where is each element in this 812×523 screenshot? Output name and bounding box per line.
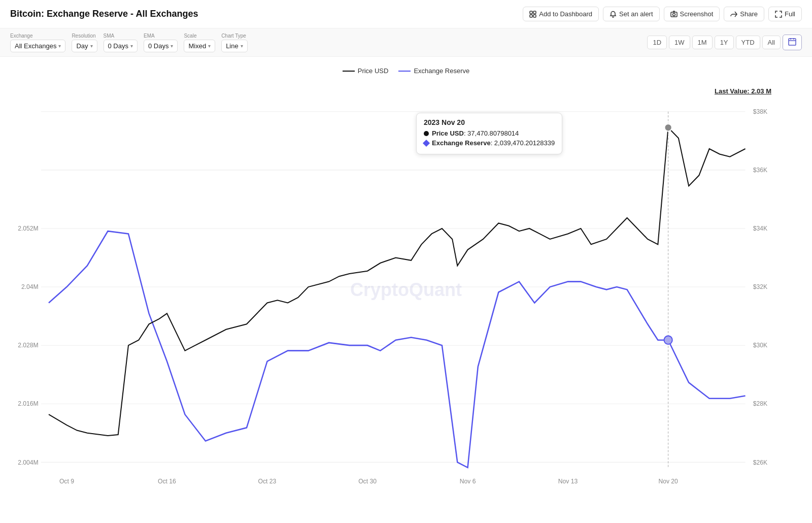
fullscreen-icon [775, 11, 782, 18]
tooltip-exchange-value: 2,039,470.20128339 [494, 139, 555, 147]
svg-rect-1 [533, 11, 536, 14]
exchange-label: Exchange [10, 33, 65, 39]
bell-icon [610, 11, 617, 18]
svg-text:2.004M: 2.004M [18, 459, 39, 466]
exchange-select[interactable]: All Exchanges ▾ [10, 40, 65, 52]
legend-exchange-label: Exchange Reserve [414, 67, 469, 75]
time-range-buttons: 1D 1W 1M 1Y YTD All [647, 35, 802, 50]
ema-label: EMA [144, 33, 178, 39]
share-icon [730, 11, 737, 18]
sma-label: SMA [104, 33, 138, 39]
chevron-down-icon: ▾ [90, 43, 93, 49]
svg-text:Oct 16: Oct 16 [158, 478, 176, 485]
header-actions: Add to Dashboard Set an alert Screenshot… [523, 7, 802, 21]
last-value: Last Value: 2.03 M [715, 87, 771, 95]
time-1d-button[interactable]: 1D [647, 36, 667, 49]
time-1m-button[interactable]: 1M [692, 36, 713, 49]
tooltip-exchange-diamond [423, 139, 430, 146]
calendar-button[interactable] [783, 35, 802, 50]
price-line-indicator [343, 71, 355, 72]
scale-label: Scale [184, 33, 215, 39]
svg-text:$36K: $36K [753, 167, 768, 174]
fullscreen-button[interactable]: Full [768, 7, 802, 21]
resolution-label: Resolution [72, 33, 97, 39]
chart-type-label: Chart Type [221, 33, 248, 39]
resolution-select[interactable]: Day ▾ [72, 40, 97, 52]
ema-filter: EMA 0 Days ▾ [144, 33, 178, 52]
svg-text:$32K: $32K [753, 283, 768, 290]
exchange-filter: Exchange All Exchanges ▾ [10, 33, 65, 52]
legend-price: Price USD [343, 67, 389, 75]
tooltip-price-row: Price USD: 37,470.80798014 [424, 129, 555, 137]
svg-rect-2 [530, 15, 532, 17]
svg-text:Nov 6: Nov 6 [460, 478, 476, 485]
tooltip-date: 2023 Nov 20 [424, 118, 555, 126]
tooltip: 2023 Nov 20 Price USD: 37,470.80798014 E… [416, 113, 562, 154]
share-button[interactable]: Share [724, 7, 764, 21]
calendar-icon [788, 38, 796, 46]
svg-text:$26K: $26K [753, 459, 768, 466]
screenshot-button[interactable]: Screenshot [664, 7, 720, 21]
tooltip-exchange-label: Exchange Reserve [432, 139, 491, 147]
sma-filter: SMA 0 Days ▾ [104, 33, 138, 52]
tooltip-price-label: Price USD [432, 129, 464, 137]
time-1w-button[interactable]: 1W [669, 36, 690, 49]
exchange-crosshair-dot [664, 336, 672, 344]
add-to-dashboard-button[interactable]: Add to Dashboard [523, 7, 599, 21]
chevron-down-icon: ▾ [208, 43, 211, 49]
tooltip-price-dot [424, 131, 429, 136]
svg-text:$38K: $38K [753, 108, 768, 115]
dashboard-icon [529, 11, 536, 18]
tooltip-price-value: 37,470.80798014 [467, 129, 519, 137]
chart-type-select[interactable]: Line ▾ [221, 40, 248, 52]
camera-icon [670, 11, 678, 18]
chart-container: Price USD Exchange Reserve Last Value: 2… [0, 57, 812, 523]
page-title: Bitcoin: Exchange Reserve - All Exchange… [10, 9, 198, 19]
price-usd-line [49, 127, 746, 436]
set-alert-button[interactable]: Set an alert [603, 7, 660, 21]
time-ytd-button[interactable]: YTD [736, 36, 760, 49]
sma-select[interactable]: 0 Days ▾ [104, 40, 138, 52]
svg-rect-3 [533, 15, 536, 17]
page-header: Bitcoin: Exchange Reserve - All Exchange… [0, 0, 812, 28]
svg-point-5 [672, 13, 675, 16]
svg-text:$34K: $34K [753, 225, 768, 232]
svg-text:Oct 23: Oct 23 [258, 478, 277, 485]
ema-select[interactable]: 0 Days ▾ [144, 40, 178, 52]
svg-text:2.028M: 2.028M [18, 342, 39, 349]
legend-exchange: Exchange Reserve [398, 67, 469, 75]
chevron-down-icon: ▾ [171, 43, 173, 49]
time-all-button[interactable]: All [762, 36, 781, 49]
svg-text:2.04M: 2.04M [21, 283, 39, 290]
chart-legend: Price USD Exchange Reserve [10, 67, 802, 75]
chevron-down-icon: ▾ [58, 43, 61, 49]
chevron-down-icon: ▾ [241, 43, 243, 49]
svg-rect-0 [530, 11, 532, 14]
scale-select[interactable]: Mixed ▾ [184, 40, 215, 52]
legend-price-label: Price USD [358, 67, 389, 75]
scale-filter: Scale Mixed ▾ [184, 33, 215, 52]
svg-text:Oct 30: Oct 30 [358, 478, 377, 485]
svg-text:2.016M: 2.016M [18, 400, 39, 407]
svg-text:$28K: $28K [753, 400, 768, 407]
svg-text:$30K: $30K [753, 342, 768, 349]
exchange-line-indicator [398, 71, 411, 72]
exchange-reserve-line [49, 231, 746, 468]
chart-svg: 2.004M 2.016M 2.028M 2.04M 2.052M $26K $… [10, 80, 802, 515]
svg-text:Nov 20: Nov 20 [658, 478, 678, 485]
svg-text:Nov 13: Nov 13 [558, 478, 578, 485]
svg-text:2.052M: 2.052M [18, 225, 39, 232]
price-crosshair-dot [665, 124, 672, 132]
chevron-down-icon: ▾ [130, 43, 133, 49]
resolution-filter: Resolution Day ▾ [72, 33, 97, 52]
svg-text:Oct 9: Oct 9 [59, 478, 74, 485]
svg-rect-6 [789, 39, 796, 45]
chart-type-filter: Chart Type Line ▾ [221, 33, 248, 52]
tooltip-exchange-row: Exchange Reserve: 2,039,470.20128339 [424, 139, 555, 147]
toolbar-filters: Exchange All Exchanges ▾ Resolution Day … [10, 33, 248, 52]
time-1y-button[interactable]: 1Y [715, 36, 734, 49]
toolbar: Exchange All Exchanges ▾ Resolution Day … [0, 28, 812, 57]
